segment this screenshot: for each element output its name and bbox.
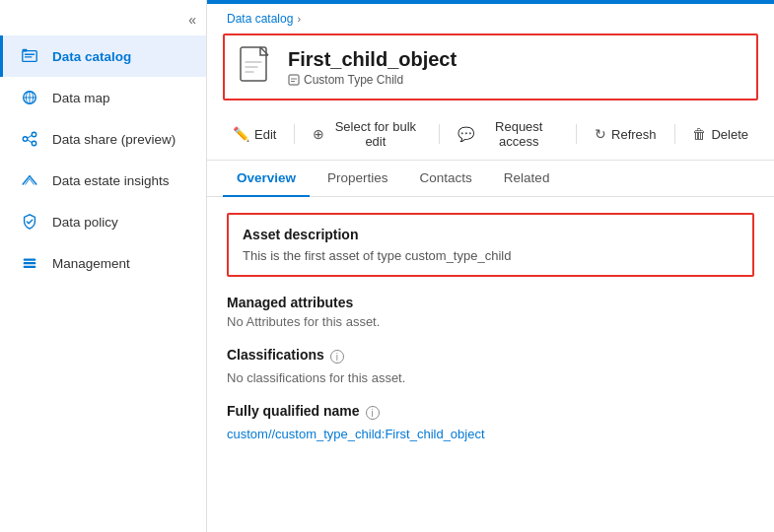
header-info: First_child_object Custom Type Child xyxy=(288,48,457,87)
tab-properties[interactable]: Properties xyxy=(314,161,402,197)
asset-subtitle: Custom Type Child xyxy=(288,73,457,87)
sidebar-item-data-share[interactable]: Data share (preview) xyxy=(0,118,206,160)
asset-title: First_child_object xyxy=(288,48,457,71)
sidebar-item-label: Data policy xyxy=(52,215,118,230)
classifications-section: Classifications i No classifications for… xyxy=(227,347,754,385)
data-share-icon xyxy=(19,128,40,150)
tab-overview[interactable]: Overview xyxy=(223,161,310,197)
fully-qualified-name-section: Fully qualified name i custom//custom_ty… xyxy=(227,403,754,441)
sidebar-item-management[interactable]: Management xyxy=(0,242,206,284)
bulk-edit-button[interactable]: ⊕ Select for bulk edit xyxy=(303,114,431,154)
sidebar-item-data-policy[interactable]: Data policy xyxy=(0,201,206,242)
sidebar-item-label: Management xyxy=(52,256,130,271)
asset-icon xyxy=(239,45,274,89)
sidebar-item-label: Data catalog xyxy=(52,49,131,64)
svg-rect-11 xyxy=(289,75,299,85)
tab-related[interactable]: Related xyxy=(490,161,564,197)
toolbar-divider-2 xyxy=(439,124,440,144)
edit-button[interactable]: ✏️ Edit xyxy=(223,121,286,147)
fully-qualified-name-link[interactable]: custom//custom_type_child:First_child_ob… xyxy=(227,427,485,441)
data-map-icon xyxy=(19,87,40,108)
request-access-icon: 💬 xyxy=(457,126,474,142)
management-icon xyxy=(19,252,40,274)
sidebar-item-data-estate[interactable]: Data estate insights xyxy=(0,160,206,201)
collapse-icon: « xyxy=(188,12,196,28)
svg-rect-7 xyxy=(24,259,36,261)
svg-rect-10 xyxy=(241,47,266,81)
fully-qualified-name-title: Fully qualified name xyxy=(227,403,360,419)
breadcrumb-link[interactable]: Data catalog xyxy=(227,12,293,26)
classifications-text: No classifications for this asset. xyxy=(227,370,754,385)
toolbar-divider xyxy=(294,124,295,144)
classifications-title: Classifications xyxy=(227,347,324,363)
asset-description-text: This is the first asset of type custom_t… xyxy=(243,248,739,263)
tabs: Overview Properties Contacts Related xyxy=(207,161,774,197)
main-content: Data catalog › First_child_object Custom… xyxy=(207,0,774,532)
managed-attributes-section: Managed attributes No Attributes for thi… xyxy=(227,295,754,329)
asset-description-card: Asset description This is the first asse… xyxy=(227,213,754,277)
refresh-button[interactable]: ↻ Refresh xyxy=(585,121,667,147)
bulk-edit-icon: ⊕ xyxy=(313,126,324,142)
svg-point-6 xyxy=(32,141,36,146)
request-access-button[interactable]: 💬 Request access xyxy=(448,114,568,154)
data-catalog-icon xyxy=(19,45,40,67)
tab-contacts[interactable]: Contacts xyxy=(406,161,486,197)
svg-point-5 xyxy=(32,132,36,137)
toolbar-divider-3 xyxy=(576,124,577,144)
data-policy-icon xyxy=(19,211,40,233)
svg-rect-0 xyxy=(23,51,36,62)
edit-icon: ✏️ xyxy=(233,126,249,142)
asset-description-title: Asset description xyxy=(243,227,739,242)
delete-icon: 🗑 xyxy=(692,126,706,142)
svg-rect-9 xyxy=(24,266,36,268)
toolbar-divider-4 xyxy=(674,124,675,144)
sidebar-item-label: Data estate insights xyxy=(52,173,170,188)
data-estate-icon xyxy=(19,169,40,191)
sidebar-item-label: Data map xyxy=(52,91,110,105)
sidebar: « Data catalog Data map xyxy=(0,0,207,532)
classifications-info-icon[interactable]: i xyxy=(330,350,344,364)
svg-rect-8 xyxy=(24,262,36,264)
sidebar-item-data-catalog[interactable]: Data catalog xyxy=(0,35,206,77)
refresh-icon: ↻ xyxy=(595,126,606,142)
toolbar: ✏️ Edit ⊕ Select for bulk edit 💬 Request… xyxy=(207,108,774,161)
header-card: First_child_object Custom Type Child xyxy=(223,33,758,100)
sidebar-item-label: Data share (preview) xyxy=(52,132,176,147)
managed-attributes-text: No Attributes for this asset. xyxy=(227,314,754,329)
svg-point-4 xyxy=(23,137,28,142)
sidebar-collapse-button[interactable]: « xyxy=(0,8,206,35)
fully-qualified-name-info-icon[interactable]: i xyxy=(366,406,380,420)
svg-rect-1 xyxy=(23,49,28,52)
breadcrumb-chevron: › xyxy=(297,13,301,25)
overview-content: Asset description This is the first asse… xyxy=(207,197,774,532)
breadcrumb: Data catalog › xyxy=(207,4,774,30)
sidebar-item-data-map[interactable]: Data map xyxy=(0,77,206,118)
delete-button[interactable]: 🗑 Delete xyxy=(682,121,758,147)
managed-attributes-title: Managed attributes xyxy=(227,295,754,310)
